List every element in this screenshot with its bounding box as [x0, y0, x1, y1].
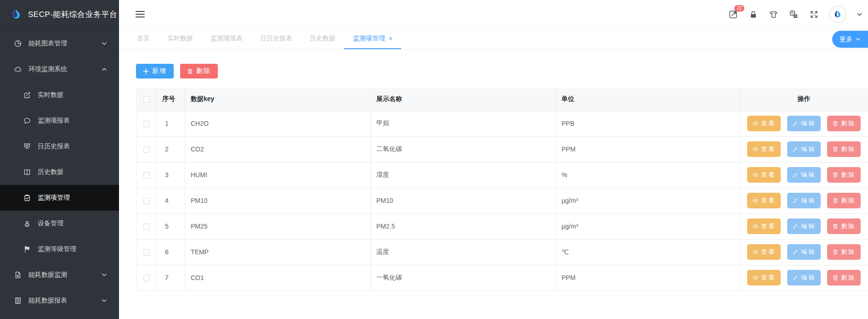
flame-logo-icon [9, 7, 23, 21]
sidebar-item-device-mgmt[interactable]: 设备管理 [0, 211, 119, 236]
sidebar-item-chart-mgmt[interactable]: 能耗图表管理 [0, 31, 119, 56]
row-checkbox[interactable] [143, 275, 150, 281]
delete-button-label: 删除 [196, 67, 211, 75]
header-icon-group: 22中A [728, 6, 862, 22]
row-checkbox[interactable] [143, 224, 150, 230]
row-edit-button[interactable]: 编辑 [787, 218, 821, 234]
translate-icon[interactable]: 中A [789, 10, 799, 19]
sidebar-item-item-mgmt[interactable]: 监测项管理 [0, 185, 119, 211]
row-actions: 查看编辑删除 [740, 137, 868, 162]
row-view-button[interactable]: 查看 [747, 270, 781, 285]
column-header-seq: 序号 [157, 88, 185, 111]
row-delete-button[interactable]: 删除 [827, 218, 861, 234]
sidebar-item-history-data[interactable]: 历史数据 [0, 159, 119, 185]
tab-日历史报表[interactable]: 日历史报表 [251, 29, 301, 49]
sidebar-item-label: 环境监测系统 [28, 65, 67, 73]
sidebar-item-env-monitor[interactable]: 环境监测系统 [0, 56, 119, 82]
more-tabs-button[interactable]: 更多 [832, 31, 868, 48]
fullscreen-icon[interactable] [809, 10, 819, 19]
action-label: 编辑 [801, 171, 816, 179]
row-delete-button[interactable]: 删除 [827, 167, 861, 183]
row-view-button[interactable]: 查看 [747, 116, 781, 131]
theme-shirt-icon[interactable] [769, 10, 778, 19]
row-actions: 查看编辑删除 [740, 265, 868, 291]
tab-历史数据[interactable]: 历史数据 [301, 29, 344, 49]
pencil-icon [792, 274, 799, 281]
row-checkbox[interactable] [143, 121, 150, 127]
select-all-checkbox[interactable] [143, 96, 150, 103]
pencil-icon [792, 146, 799, 152]
action-label: 查看 [761, 145, 776, 153]
sidebar-item-label: 监测项管理 [38, 194, 70, 202]
row-checkbox[interactable] [143, 249, 150, 256]
pencil-icon [792, 120, 799, 127]
sidebar-item-day-history[interactable]: 日历史报表 [0, 134, 119, 159]
sidebar-item-realtime-data[interactable]: 实时数据 [0, 82, 119, 108]
row-edit-button[interactable]: 编辑 [787, 270, 821, 285]
cell-name: PM2.5 [371, 213, 556, 239]
tab-监测项管理[interactable]: 监测项管理× [344, 29, 401, 49]
row-view-button[interactable]: 查看 [747, 193, 781, 208]
column-header-unit: 单位 [556, 88, 740, 111]
row-view-button[interactable]: 查看 [747, 141, 781, 157]
sidebar-item-level-mgmt[interactable]: 监测等级管理 [0, 236, 119, 262]
trash-icon [832, 197, 839, 204]
tab-实时数据[interactable]: 实时数据 [159, 29, 202, 49]
avatar[interactable] [829, 6, 846, 22]
table-toolbar: 新增 删除 [136, 64, 868, 78]
action-label: 查看 [761, 222, 776, 230]
add-button[interactable]: 新增 [136, 64, 174, 78]
eye-icon [752, 172, 759, 178]
trash-icon [832, 274, 839, 281]
table-row: 5PM25PM2.5μg/m³查看编辑删除 [136, 213, 868, 239]
cloud-icon [14, 65, 22, 73]
row-edit-button[interactable]: 编辑 [787, 167, 821, 183]
trash-icon [832, 172, 839, 178]
chevron-down-icon[interactable] [857, 11, 862, 17]
row-actions: 查看编辑删除 [740, 111, 868, 136]
row-delete-button[interactable]: 删除 [827, 244, 861, 260]
tab-close-icon[interactable]: × [389, 35, 392, 42]
row-delete-button[interactable]: 删除 [827, 270, 861, 285]
tab-监测项报表[interactable]: 监测项报表 [202, 29, 251, 49]
chevron-down-icon [856, 37, 861, 42]
eye-icon [752, 223, 759, 229]
sidebar-item-item-report[interactable]: 监测项报表 [0, 108, 119, 134]
delete-button[interactable]: 删除 [180, 64, 218, 78]
row-view-button[interactable]: 查看 [747, 218, 781, 234]
row-checkbox[interactable] [143, 172, 150, 179]
row-edit-button[interactable]: 编辑 [787, 193, 821, 208]
row-checkbox[interactable] [143, 198, 150, 204]
chevron-down-icon [102, 298, 107, 303]
trash-icon [832, 146, 839, 152]
row-delete-button[interactable]: 删除 [827, 193, 861, 208]
hamburger-menu-icon[interactable] [136, 11, 145, 17]
tab-首页[interactable]: 首页 [128, 29, 159, 49]
row-delete-button[interactable]: 删除 [827, 116, 861, 131]
trash-icon [832, 223, 839, 229]
row-edit-button[interactable]: 编辑 [787, 244, 821, 260]
pencil-icon [792, 223, 799, 229]
sidebar-item-energy-report[interactable]: 能耗数据报表 [0, 288, 119, 313]
row-delete-button[interactable]: 删除 [827, 141, 861, 157]
row-edit-button[interactable]: 编辑 [787, 141, 821, 157]
trash-icon [832, 249, 839, 255]
sidebar: SECP-能耗综合业务平台 能耗图表管理环境监测系统实时数据监测项报表日历史报表… [0, 0, 119, 319]
row-view-button[interactable]: 查看 [747, 244, 781, 260]
sidebar-item-energy-monitor[interactable]: 能耗数据监测 [0, 262, 119, 288]
main-area: 22中A 首页实时数据监测项报表日历史报表历史数据监测项管理× 更多 新增 删除 [119, 0, 868, 319]
tools-icon[interactable]: 22 [728, 10, 738, 19]
row-actions: 查看编辑删除 [740, 162, 868, 188]
action-label: 删除 [841, 222, 856, 230]
action-label: 编辑 [801, 145, 816, 153]
sidebar-item-label: 设备管理 [38, 219, 63, 228]
tab-bar: 首页实时数据监测项报表日历史报表历史数据监测项管理× 更多 [119, 29, 868, 50]
row-view-button[interactable]: 查看 [747, 167, 781, 183]
action-label: 查看 [761, 119, 776, 128]
cell-unit: μg/m³ [556, 213, 740, 239]
lock-icon[interactable] [749, 10, 758, 19]
table-body: 1CH2O甲烷PPB查看编辑删除2CO2二氧化碳PPM查看编辑删除3HUMI湿度… [136, 111, 868, 291]
tab-label: 历史数据 [310, 34, 335, 43]
row-checkbox[interactable] [143, 146, 150, 153]
row-edit-button[interactable]: 编辑 [787, 116, 821, 131]
